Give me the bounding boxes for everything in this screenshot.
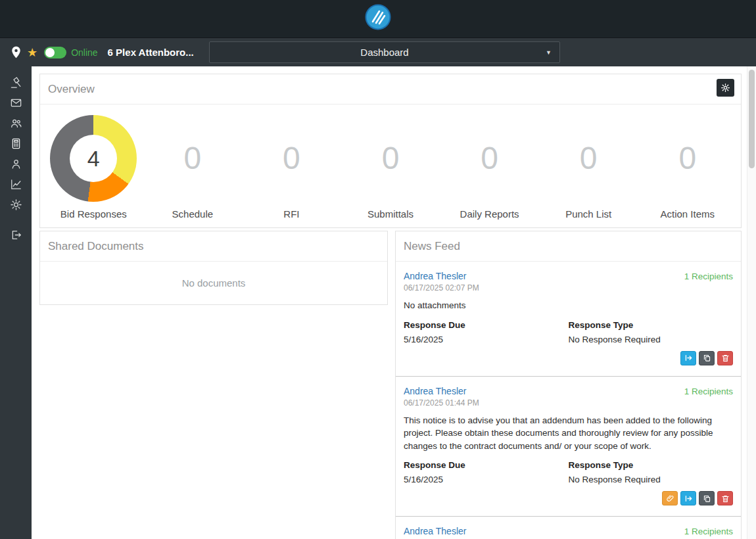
overview-stats-row: 4 Bid Responses 0 Schedule 0 RFI 0 Submi… [40, 105, 741, 227]
stat-value: 0 [481, 143, 498, 174]
envelope-icon [10, 97, 22, 109]
stat-label: Daily Reports [460, 208, 519, 220]
response-type-value: No Response Required [569, 335, 734, 344]
recipients-label[interactable]: 1 Recipients [684, 271, 733, 281]
stat-label: Punch List [565, 208, 611, 220]
paperclip-icon [666, 494, 674, 503]
trash-icon [721, 494, 730, 503]
line-chart-icon [10, 178, 22, 191]
news-feed-item: Andrea Thesler 1 Recipients 06/17/2025 0… [396, 377, 741, 514]
stat-bid-responses: 4 Bid Responses [44, 112, 143, 220]
delete-button[interactable] [717, 491, 733, 505]
stat-daily-reports: 0 Daily Reports [440, 112, 539, 220]
timestamp: 06/17/2025 01:44 PM [404, 398, 733, 408]
vertical-scrollbar[interactable] [747, 66, 756, 539]
main-content: Overview 4 Bid Responses [32, 66, 747, 539]
stat-value: 0 [283, 143, 300, 174]
stat-label: RFI [283, 208, 299, 220]
location-pin-icon [11, 46, 21, 59]
message-body: No attachments [404, 299, 733, 312]
stat-action-items: 0 Action Items [638, 112, 737, 220]
stat-punch-list: 0 Punch List [539, 112, 638, 220]
overview-title: Overview [48, 83, 95, 95]
gear-icon [10, 199, 22, 211]
response-due-label: Response Due [404, 460, 569, 470]
sidebar-item-contacts[interactable] [0, 154, 32, 174]
stat-value: 0 [580, 143, 598, 174]
top-bar [0, 0, 756, 37]
stat-label: Bid Responses [60, 208, 127, 220]
overview-card: Overview 4 Bid Responses [39, 74, 742, 228]
copy-button[interactable] [699, 491, 715, 505]
author-link[interactable]: Andrea Thesler [404, 526, 466, 536]
stat-rfi: 0 RFI [242, 112, 341, 220]
sidebar-item-directory[interactable] [0, 113, 32, 133]
response-type-label: Response Type [569, 320, 734, 330]
sidebar-item-estimates[interactable] [0, 133, 32, 154]
app-logo[interactable] [365, 4, 391, 30]
recipients-label[interactable]: 1 Recipients [684, 387, 733, 396]
toggle-knob [45, 48, 55, 57]
shared-documents-empty-message: No documents [40, 262, 387, 304]
stat-label: Action Items [660, 208, 715, 220]
online-toggle[interactable] [44, 47, 66, 59]
news-feed-header: News Feed [396, 231, 741, 262]
shared-documents-header: Shared Documents [40, 231, 387, 262]
overview-settings-button[interactable] [717, 79, 734, 97]
sidebar-item-bids[interactable] [0, 72, 32, 93]
page-selector-value: Dashboard [360, 47, 408, 58]
gear-icon [721, 83, 730, 93]
stat-value: 0 [184, 143, 202, 174]
forward-icon [684, 354, 693, 362]
app-logo-icon [365, 4, 391, 30]
online-status-label: Online [71, 47, 97, 58]
stat-value: 0 [382, 143, 400, 174]
news-feed-item: Andrea Thesler 1 Recipients 06/17/2025 0… [396, 262, 741, 373]
stat-value: 0 [678, 143, 696, 174]
recipients-label[interactable]: 1 Recipients [684, 527, 733, 536]
page-selector[interactable]: Dashboard ▼ [209, 41, 560, 63]
sidebar [0, 66, 32, 539]
delete-button[interactable] [717, 351, 733, 365]
favorite-star-icon[interactable]: ★ [27, 47, 37, 59]
sidebar-item-settings[interactable] [0, 195, 32, 215]
forward-button[interactable] [680, 491, 696, 505]
team-icon [10, 117, 22, 129]
overview-header: Overview [40, 74, 741, 105]
forward-icon [684, 494, 693, 503]
sidebar-item-reports[interactable] [0, 174, 32, 195]
copy-icon [703, 354, 711, 362]
gavel-icon [10, 76, 22, 89]
sidebar-item-messages[interactable] [0, 93, 32, 113]
trash-icon [721, 354, 730, 362]
shared-documents-card: Shared Documents No documents [39, 231, 388, 305]
project-name[interactable]: 6 Plex Attenboro... [108, 47, 194, 58]
project-bar: ★ Online 6 Plex Attenboro... Dashboard ▼ [0, 37, 756, 66]
copy-button[interactable] [699, 351, 715, 365]
author-link[interactable]: Andrea Thesler [404, 386, 466, 396]
response-type-value: No Response Required [569, 475, 734, 484]
response-due-label: Response Due [404, 320, 569, 330]
stat-label: Schedule [172, 208, 214, 220]
sidebar-item-logout[interactable] [0, 225, 32, 245]
logout-icon [10, 229, 22, 241]
news-feed-item: Andrea Thesler 1 Recipients 06/17/2025 0… [396, 517, 741, 539]
attachments-button[interactable] [662, 491, 678, 505]
message-body: This notice is to advise you that an add… [404, 414, 733, 453]
shared-documents-title: Shared Documents [48, 240, 144, 252]
author-link[interactable]: Andrea Thesler [404, 271, 466, 281]
stat-submittals: 0 Submittals [341, 112, 440, 220]
contact-icon [10, 158, 22, 170]
response-due-value: 5/16/2025 [404, 475, 569, 484]
stat-label: Submittals [367, 208, 413, 220]
response-due-value: 5/16/2025 [404, 335, 569, 344]
response-type-label: Response Type [569, 460, 734, 470]
scrollbar-thumb[interactable] [749, 70, 755, 168]
app-root: ★ Online 6 Plex Attenboro... Dashboard ▼ [0, 0, 756, 539]
calculator-icon [10, 137, 22, 150]
chevron-down-icon: ▼ [546, 49, 552, 56]
news-feed-title: News Feed [404, 240, 460, 252]
news-feed-card: News Feed Andrea Thesler 1 Recipients 06… [395, 231, 742, 539]
bid-responses-donut: 4 [50, 115, 137, 202]
forward-button[interactable] [680, 351, 696, 365]
